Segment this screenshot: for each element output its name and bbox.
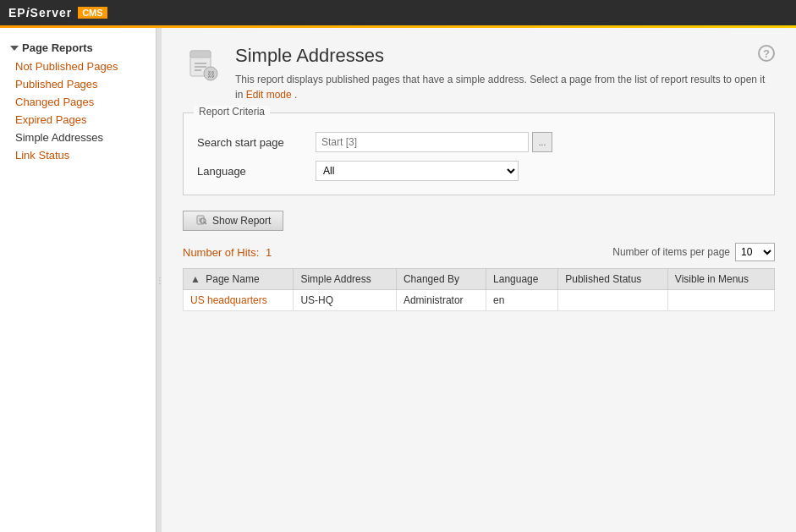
table-row: US headquarters US-HQ Administrator en (184, 290, 775, 311)
col-page-name[interactable]: ▲ Page Name (184, 269, 294, 290)
page-header: ⛓ Simple Addresses This report displays … (183, 45, 775, 102)
sidebar-section-title: Page Reports (0, 36, 156, 58)
cell-page-name: US headquarters (184, 290, 294, 311)
browse-button[interactable]: ... (532, 132, 552, 152)
criteria-row-language: Language All English Swedish Norwegian (197, 161, 760, 181)
start-page-label: Search start page (197, 136, 307, 149)
help-icon[interactable]: ? (758, 45, 775, 62)
show-report-label: Show Report (212, 215, 271, 227)
cell-language: en (486, 290, 558, 311)
sidebar-item-changed[interactable]: Changed Pages (0, 93, 156, 111)
col-changed-by-label: Changed By (403, 273, 459, 285)
sidebar-item-simple-addresses[interactable]: Simple Addresses (0, 129, 156, 146)
show-report-icon (195, 215, 207, 227)
sidebar-item-expired[interactable]: Expired Pages (0, 111, 156, 129)
svg-text:⛓: ⛓ (207, 70, 215, 79)
logo: EPiServer CMS (8, 6, 107, 19)
language-select[interactable]: All English Swedish Norwegian (316, 161, 519, 181)
page-icon: ⛓ (183, 45, 223, 85)
sidebar: Page Reports Not Published Pages Publish… (0, 28, 156, 532)
results-bar: Number of Hits: 1 Number of items per pa… (183, 243, 775, 261)
logo-epi: EPiServer (8, 6, 72, 19)
sort-arrow: ▲ (190, 273, 200, 285)
show-report-button[interactable]: Show Report (183, 211, 283, 231)
col-published-status-label: Published Status (565, 273, 641, 285)
col-page-name-label: Page Name (206, 273, 259, 285)
col-simple-address-label: Simple Address (300, 273, 371, 285)
page-name-link[interactable]: US headquarters (190, 294, 267, 306)
main-content: ⛓ Simple Addresses This report displays … (162, 28, 796, 532)
report-criteria-box: Report Criteria Search start page ... La… (183, 112, 775, 195)
col-visible-in-menus-label: Visible in Menus (675, 273, 749, 285)
sidebar-item-not-published[interactable]: Not Published Pages (0, 58, 156, 75)
criteria-row-start-page: Search start page ... (197, 132, 760, 152)
col-language-label: Language (493, 273, 538, 285)
hits-count: 1 (266, 246, 272, 259)
per-page-control: Number of items per page 10 20 50 100 (612, 243, 775, 261)
col-language[interactable]: Language (486, 269, 558, 290)
col-changed-by[interactable]: Changed By (396, 269, 486, 290)
language-label: Language (197, 165, 307, 178)
sidebar-section-label: Page Reports (22, 41, 93, 54)
report-criteria-legend: Report Criteria (194, 106, 270, 118)
page-title-area: Simple Addresses This report displays pu… (235, 45, 775, 102)
per-page-select[interactable]: 10 20 50 100 (735, 243, 775, 261)
edit-mode-link[interactable]: Edit mode (246, 89, 292, 101)
triangle-icon (10, 46, 19, 51)
cell-published-status (558, 290, 668, 311)
svg-rect-1 (190, 51, 211, 58)
sidebar-item-published[interactable]: Published Pages (0, 75, 156, 93)
desc-text-2: . (294, 89, 297, 101)
logo-cms-badge: CMS (78, 7, 107, 19)
table-header-row: ▲ Page Name Simple Address Changed By La… (184, 269, 775, 290)
col-visible-in-menus[interactable]: Visible in Menus (667, 269, 774, 290)
page-description: This report displays published pages tha… (235, 72, 775, 102)
hits-label: Number of Hits: (183, 246, 259, 259)
col-simple-address[interactable]: Simple Address (294, 269, 397, 290)
cell-visible-in-menus (667, 290, 774, 311)
topbar: EPiServer CMS (0, 0, 796, 25)
page-title: Simple Addresses (235, 45, 775, 67)
hits-text: Number of Hits: 1 (183, 246, 272, 259)
start-page-input[interactable] (316, 132, 529, 152)
results-table: ▲ Page Name Simple Address Changed By La… (183, 268, 775, 311)
cell-changed-by: Administrator (396, 290, 486, 311)
cell-simple-address: US-HQ (294, 290, 397, 311)
start-page-input-group: ... (316, 132, 552, 152)
col-published-status[interactable]: Published Status (558, 269, 668, 290)
per-page-label: Number of items per page (612, 246, 730, 258)
desc-text-1: This report displays published pages tha… (235, 74, 765, 101)
sidebar-item-link-status[interactable]: Link Status (0, 146, 156, 164)
simple-address-icon: ⛓ (186, 48, 220, 82)
